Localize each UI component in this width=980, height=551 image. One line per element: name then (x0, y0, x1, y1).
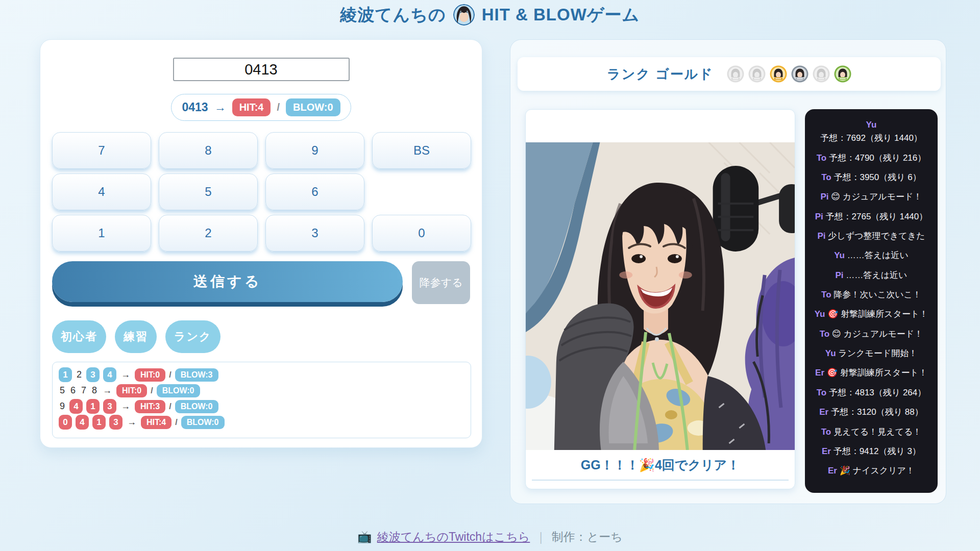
chat-username: To (821, 172, 831, 182)
history-row: 1234→HIT:0/BLOW:3 (59, 367, 464, 383)
keypad-digit-0[interactable]: 0 (372, 215, 471, 252)
chat-text: 予想：3950（残り 6） (834, 172, 921, 182)
chat-message: To 予想：4790（残り 216） (811, 152, 932, 165)
rank-label: ランク ゴールド (607, 65, 714, 83)
rank-header: ランク ゴールド (518, 57, 941, 91)
chat-username: Er (815, 368, 824, 378)
game-panel: 0413 → HIT:4 / BLOW:0 789BS4561230 送信する … (40, 39, 482, 448)
submit-button[interactable]: 送信する (52, 261, 403, 302)
rank-badge-1-icon (727, 65, 744, 83)
arrow-icon: → (121, 401, 130, 412)
keypad-digit-5[interactable]: 5 (159, 173, 258, 210)
stream-video (526, 142, 795, 450)
chat-text: ……答えは近い (846, 270, 907, 280)
chat-username: Yu (811, 118, 932, 132)
history-digit: 4 (69, 399, 83, 414)
history-digit: 4 (76, 415, 89, 430)
arrow-icon: → (127, 417, 136, 428)
keypad-digit-1[interactable]: 1 (52, 215, 151, 252)
chat-username: Yu (815, 309, 825, 319)
chat-text: ……答えは近い (847, 251, 909, 260)
keypad-digit-8[interactable]: 8 (159, 132, 258, 169)
history-digit: 9 (59, 401, 66, 412)
keypad-backspace-button[interactable]: BS (372, 132, 471, 169)
video-top-spacer (526, 110, 795, 142)
keypad-digit-7[interactable]: 7 (52, 132, 151, 169)
history-digit: 1 (59, 367, 72, 382)
hit-badge: HIT:0 (135, 368, 165, 382)
slash-separator: / (151, 386, 153, 395)
surrender-button[interactable]: 降参する (412, 261, 470, 304)
history-digit: 2 (76, 369, 83, 380)
arrow-icon: → (103, 385, 112, 396)
chat-message: Pi 少しずつ整理できてきた (811, 230, 932, 243)
chat-text: 予想：4790（残り 216） (829, 153, 926, 163)
last-guess-value: 0413 (182, 101, 208, 114)
chat-message: To 降参！次いこ次いこ！ (811, 288, 932, 302)
chat-username: Pi (820, 192, 828, 202)
history-digit: 4 (103, 367, 116, 382)
keypad: 789BS4561230 (52, 132, 470, 252)
chat-username: To (817, 153, 827, 163)
chat-username: Er (819, 407, 828, 417)
history-digit: 0 (59, 415, 72, 430)
blow-badge: BLOW:0 (157, 384, 200, 397)
guess-input[interactable] (173, 58, 350, 81)
mode-row: 初心者 練習 ランク (52, 320, 470, 353)
chat-username: To (821, 427, 831, 437)
chat-message: Yu ……答えは近い (811, 249, 932, 262)
hit-badge: HIT:0 (116, 384, 147, 397)
slash-separator: / (175, 418, 177, 427)
slash-separator: / (169, 402, 171, 411)
hit-and-blow-game-page: 綾波てんちの HIT & BLOWゲーム 0413 → HIT:4 / BLOW… (0, 0, 980, 551)
rank-badge-2-icon (748, 65, 766, 83)
chat-text: 少しずつ整理できてきた (828, 231, 925, 241)
keypad-digit-6[interactable]: 6 (265, 173, 364, 210)
history-digit: 1 (92, 415, 106, 430)
chat-message: Er 🎯 射撃訓練所スタート！ (811, 366, 932, 380)
slash-separator: / (277, 102, 280, 113)
mode-button-practice[interactable]: 練習 (115, 320, 157, 353)
chat-username: Yu (834, 251, 845, 260)
history-list: 1234→HIT:0/BLOW:35678→HIT:0/BLOW:09413→H… (52, 362, 471, 438)
keypad-digit-2[interactable]: 2 (159, 215, 258, 252)
twitch-link[interactable]: 綾波てんちのTwitchはこちら (377, 529, 530, 545)
page-title: 綾波てんちの HIT & BLOWゲーム (0, 0, 980, 30)
chat-username: Pi (815, 212, 823, 221)
history-row: 0413→HIT:4/BLOW:0 (59, 414, 464, 430)
chat-message: Yu ランクモード開始！ (811, 347, 932, 360)
chat-message: To 見えてる！見えてる！ (811, 425, 932, 439)
chat-text: 予想：9412（残り 3） (834, 446, 921, 456)
blow-badge: BLOW:0 (286, 98, 340, 116)
mode-button-ranked[interactable]: ランク (165, 320, 220, 353)
chat-message: To 😊 カジュアルモード！ (811, 328, 932, 341)
tv-icon: 📺 (357, 530, 372, 544)
arrow-icon: → (121, 369, 130, 380)
rank-badge-gold-icon (770, 65, 787, 83)
hit-badge: HIT:3 (135, 400, 165, 413)
action-row: 送信する 降参する (52, 261, 470, 304)
chat-text: 予想：2765（残り 1440） (826, 212, 928, 221)
keypad-digit-3[interactable]: 3 (265, 215, 364, 252)
history-digit: 8 (91, 385, 98, 396)
chat-message: To 予想：3950（残り 6） (811, 171, 932, 184)
history-row: 9413→HIT:3/BLOW:0 (59, 398, 464, 414)
chat-message: Er 予想：9412（残り 3） (811, 445, 932, 458)
footer: 📺 綾波てんちのTwitchはこちら ｜ 制作：とーち (0, 529, 980, 545)
history-digit: 7 (80, 385, 87, 396)
chat-text: 予想：3120（残り 88） (831, 407, 923, 417)
rank-badge-silver-icon (791, 65, 808, 83)
slash-separator: / (169, 370, 171, 380)
chat-username: Yu (825, 348, 836, 358)
keypad-digit-4[interactable]: 4 (52, 173, 151, 210)
chat-message: To 予想：4813（残り 264） (811, 386, 932, 399)
chat-username: Pi (818, 231, 826, 241)
blow-badge: BLOW:0 (181, 416, 225, 429)
keypad-digit-9[interactable]: 9 (265, 132, 364, 169)
chat-username: To (817, 388, 827, 397)
history-row: 5678→HIT:0/BLOW:0 (59, 383, 464, 398)
chat-text: 🎯 射撃訓練所スタート！ (827, 368, 927, 378)
clear-message: GG！！！🎉4回でクリア！ (532, 450, 789, 481)
chat-text: 降参！次いこ次いこ！ (834, 290, 921, 299)
mode-button-beginner[interactable]: 初心者 (52, 320, 106, 353)
